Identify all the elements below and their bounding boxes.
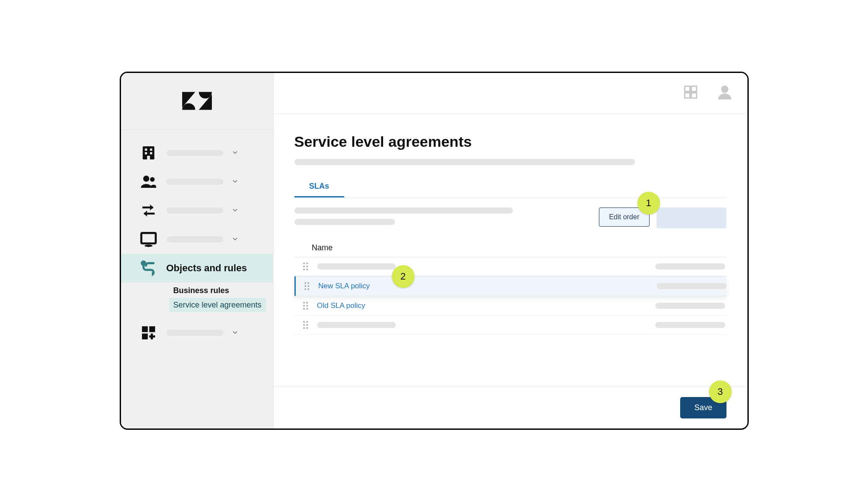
toolbar: Edit order 1 <box>294 207 726 230</box>
svg-rect-17 <box>142 333 148 339</box>
sidebar-nav: Objects and rules Business rules Service… <box>121 130 273 347</box>
cell-placeholder <box>655 322 725 328</box>
svg-rect-7 <box>147 155 150 159</box>
svg-rect-4 <box>150 149 152 151</box>
sidebar-sub-items: Business rules Service level agreements <box>121 283 273 318</box>
arrows-swap-icon <box>138 200 159 221</box>
svg-point-24 <box>721 86 728 93</box>
sidebar-item-placeholder <box>166 150 223 156</box>
cell-placeholder <box>655 303 725 309</box>
sidebar-item-channels[interactable] <box>121 196 273 225</box>
sla-table: Name New SLA policy 2 Old SLA policy <box>294 240 726 335</box>
svg-rect-22 <box>685 93 690 98</box>
cell-placeholder <box>657 283 726 289</box>
svg-rect-21 <box>691 86 696 92</box>
apps-add-icon <box>138 323 159 343</box>
building-icon <box>138 143 159 163</box>
tabs: SLAs <box>294 177 726 198</box>
svg-rect-12 <box>141 233 156 243</box>
drag-handle-icon[interactable] <box>303 321 311 329</box>
callout-1: 1 <box>637 192 660 214</box>
drag-handle-icon[interactable] <box>304 282 312 290</box>
sub-item-business-rules[interactable]: Business rules <box>169 283 234 298</box>
table-row[interactable]: Old SLA policy <box>294 296 726 316</box>
svg-point-9 <box>150 177 155 182</box>
sidebar-item-objects-rules[interactable]: Objects and rules <box>121 254 273 283</box>
people-icon <box>138 172 159 192</box>
sidebar-item-placeholder <box>166 236 223 242</box>
chevron-down-icon <box>231 149 240 157</box>
table-header: Name <box>294 240 726 257</box>
svg-point-13 <box>144 244 152 247</box>
description-placeholder <box>294 159 635 165</box>
table-row-active[interactable]: New SLA policy 2 <box>294 276 726 296</box>
logo <box>121 73 273 130</box>
main: Service level agreements SLAs Edit order… <box>273 73 747 428</box>
chevron-down-icon <box>231 206 240 215</box>
drag-handle-icon[interactable] <box>303 302 311 310</box>
column-name: Name <box>312 243 522 252</box>
avatar-icon[interactable] <box>716 83 733 103</box>
sidebar-item-placeholder <box>166 330 223 336</box>
svg-rect-19 <box>149 335 155 337</box>
page-title: Service level agreements <box>294 133 726 150</box>
zendesk-logo-icon <box>182 86 212 116</box>
sidebar-item-account[interactable] <box>121 138 273 167</box>
sidebar-item-apps[interactable] <box>121 318 273 347</box>
app-window: Objects and rules Business rules Service… <box>120 72 749 430</box>
cell-name: Old SLA policy <box>317 301 518 310</box>
drag-handle-icon[interactable] <box>303 263 311 270</box>
svg-rect-20 <box>685 86 690 92</box>
chevron-down-icon <box>231 235 240 244</box>
svg-point-8 <box>143 176 149 182</box>
callout-3: 3 <box>709 380 732 403</box>
svg-rect-15 <box>142 326 148 332</box>
content: Service level agreements SLAs Edit order… <box>273 114 747 387</box>
sidebar-item-workspaces[interactable] <box>121 225 273 254</box>
toolbar-text-placeholder <box>294 207 513 214</box>
tab-slas[interactable]: SLAs <box>294 177 344 197</box>
apps-grid-icon[interactable] <box>683 84 699 102</box>
svg-rect-6 <box>150 152 152 154</box>
sidebar-item-placeholder <box>166 207 223 214</box>
sidebar: Objects and rules Business rules Service… <box>121 73 273 428</box>
svg-rect-16 <box>149 326 155 332</box>
sub-item-sla[interactable]: Service level agreements <box>169 298 266 312</box>
workflow-icon <box>138 258 159 278</box>
svg-rect-3 <box>145 149 147 151</box>
cell-placeholder <box>317 263 396 270</box>
toolbar-text-placeholder <box>294 219 395 225</box>
sidebar-item-label: Objects and rules <box>166 263 265 274</box>
topbar <box>273 73 747 114</box>
table-row[interactable] <box>294 316 726 335</box>
monitor-icon <box>138 229 159 249</box>
sidebar-item-placeholder <box>166 179 223 185</box>
svg-rect-23 <box>691 93 696 98</box>
cell-placeholder <box>317 322 396 328</box>
footer: Save <box>273 387 747 428</box>
chevron-down-icon <box>231 177 240 186</box>
table-row[interactable] <box>294 257 726 276</box>
callout-2: 2 <box>392 265 415 288</box>
cell-placeholder <box>655 263 725 270</box>
chevron-down-icon <box>231 328 240 337</box>
toolbar-button-placeholder[interactable] <box>657 207 726 228</box>
sidebar-item-people[interactable] <box>121 167 273 196</box>
svg-rect-5 <box>145 152 147 154</box>
cell-name: New SLA policy <box>318 282 519 290</box>
